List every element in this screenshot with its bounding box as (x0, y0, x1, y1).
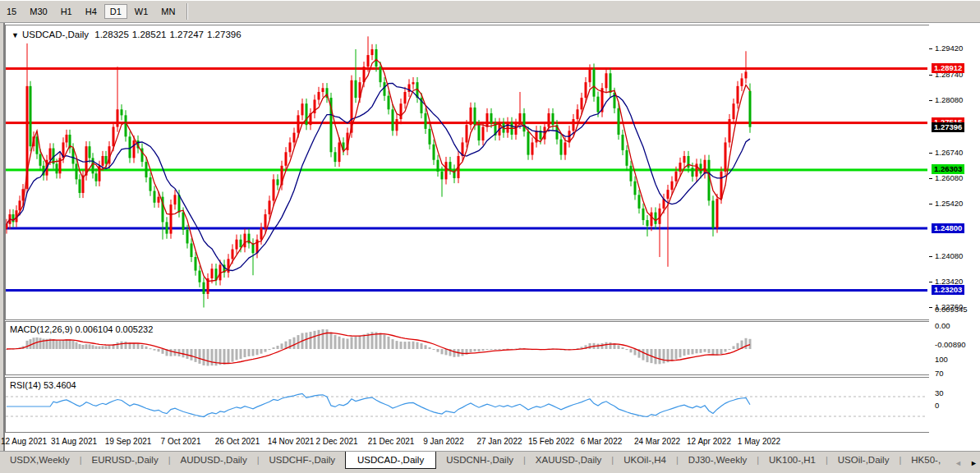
date-axis-label: 2 Dec 2021 (315, 437, 357, 446)
chart-tab-bar: USDX,Weekly|EURUSD-,Daily|AUDUSD-,Daily|… (0, 451, 980, 473)
chart-title: ▼USDCAD-,Daily 1.283251.285211.272471.27… (12, 30, 245, 39)
axis-tick-mark (929, 178, 932, 179)
rsi-axis-tick: 100 (935, 355, 948, 364)
rsi-value: 53.4604 (44, 380, 76, 390)
timeframe-button-h4[interactable]: H4 (80, 4, 103, 19)
axis-tick-mark (929, 307, 932, 308)
price-level-badge: 1.28912 (932, 63, 964, 73)
chart-tab-hk50[interactable]: HK50-, (901, 452, 950, 469)
timeframe-button-d1[interactable]: D1 (104, 4, 127, 19)
price-axis-tick: 1.24080 (935, 251, 963, 260)
price-axis-tick: 1.25420 (935, 199, 963, 208)
toolbar-separator (186, 3, 188, 20)
date-axis-label: 9 Jan 2022 (423, 437, 464, 446)
price-level-badge: 1.27396 (932, 122, 964, 132)
date-axis-label: 12 Aug 2021 (1, 437, 47, 446)
date-axis-label: 1 May 2022 (738, 437, 780, 446)
date-axis-label: 14 Nov 2021 (268, 437, 315, 446)
timeframe-button-m30[interactable]: M30 (24, 4, 53, 19)
chart-tab-xauusddaily[interactable]: XAUUSD-,Daily (526, 452, 612, 469)
date-axis-label: 21 Dec 2021 (368, 437, 415, 446)
rsi-chart[interactable] (6, 378, 927, 430)
date-axis-label: 31 Aug 2021 (51, 437, 97, 446)
chart-symbol-label: USDCAD-,Daily (22, 30, 89, 39)
macd-axis-tick: 0.009345 (935, 305, 968, 314)
axis-tick-mark (929, 48, 932, 49)
price-axis: 1.294201.287401.280801.267401.260801.254… (929, 23, 980, 451)
axis-tick-mark (929, 256, 932, 257)
date-axis: 12 Aug 202131 Aug 202119 Sep 20217 Oct 2… (5, 434, 929, 449)
axis-tick-mark (929, 75, 932, 76)
ohlc-high: 1.28521 (132, 30, 167, 39)
date-axis-label: 27 Jan 2022 (476, 437, 522, 446)
price-level-badge: 1.23203 (932, 285, 964, 295)
tab-scroll-controls: ◄► (950, 452, 980, 473)
axis-tick-mark (929, 100, 932, 101)
timeframe-button-w1[interactable]: W1 (129, 4, 154, 19)
price-axis-tick: 1.28080 (935, 95, 963, 104)
chart-tab-dj30weekly[interactable]: DJ30-,Weekly (679, 452, 757, 469)
timeframe-button-h1[interactable]: H1 (55, 4, 78, 19)
price-chart-panel[interactable]: ▼USDCAD-,Daily 1.283251.285211.272471.27… (5, 25, 930, 320)
ohlc-open: 1.28325 (94, 30, 129, 39)
date-axis-label: 6 Mar 2022 (581, 437, 623, 446)
chart-tab-usdcaddaily[interactable]: USDCAD-,Daily (345, 452, 436, 469)
chart-tab-usdxweekly[interactable]: USDX,Weekly (0, 452, 80, 469)
timeframe-button-mn[interactable]: MN (155, 4, 181, 19)
trading-platform-window: { "toolbar": { "timeframes": [ {"label":… (0, 0, 980, 473)
chart-tab-eurusddaily[interactable]: EURUSD-,Daily (82, 452, 168, 469)
price-axis-tick: 1.29420 (935, 44, 963, 53)
macd-axis-tick: 0.00 (935, 321, 950, 330)
rsi-axis-tick: 70 (935, 369, 944, 378)
macd-label: MACD(12,26,9) 0.006104 0.005232 (10, 324, 153, 334)
macd-panel[interactable]: MACD(12,26,9) 0.006104 0.005232 (5, 321, 930, 375)
price-axis-tick: 1.26080 (935, 173, 963, 182)
date-axis-label: 7 Oct 2021 (161, 437, 201, 446)
date-axis-label: 26 Oct 2021 (215, 437, 260, 446)
rsi-axis-tick: 0 (935, 401, 939, 410)
candlestick-chart[interactable] (6, 25, 927, 318)
chart-tab-ukoilh4[interactable]: UKOil-,H4 (614, 452, 676, 469)
chart-tab-uk100h1[interactable]: UK100-,H1 (759, 452, 826, 469)
date-axis-label: 19 Sep 2021 (105, 437, 152, 446)
axis-tick-mark (929, 204, 932, 204)
timeframe-toolbar: 15M30H1H4D1W1MN (0, 0, 980, 23)
tab-scroll-right-icon[interactable]: ► (966, 459, 980, 467)
date-axis-label: 15 Feb 2022 (528, 437, 574, 446)
timeframe-button-15[interactable]: 15 (1, 4, 22, 19)
tab-scroll-left-icon[interactable]: ◄ (950, 459, 966, 467)
date-axis-label: 24 Mar 2022 (634, 437, 680, 446)
axis-tick-mark (929, 282, 932, 282)
ohlc-low: 1.27247 (169, 30, 204, 39)
ohlc-close: 1.27396 (207, 30, 242, 39)
macd-values: 0.006104 0.005232 (75, 324, 153, 334)
chart-dropdown-icon[interactable]: ▼ (12, 31, 19, 39)
rsi-label: RSI(14) 53.4604 (10, 380, 76, 390)
rsi-panel[interactable]: RSI(14) 53.4604 (5, 377, 930, 433)
rsi-axis-tick: 30 (935, 388, 944, 397)
chart-tab-usdcnhdaily[interactable]: USDCNH-,Daily (436, 452, 523, 469)
price-axis-tick: 1.26740 (935, 148, 963, 157)
date-axis-label: 12 Apr 2022 (687, 437, 731, 446)
chart-tab-usoildaily[interactable]: USOil-,Daily (828, 452, 899, 469)
axis-tick-mark (929, 153, 932, 154)
price-level-badge: 1.26303 (932, 164, 964, 174)
chart-tab-audusddaily[interactable]: AUDUSD-,Daily (171, 452, 257, 469)
chart-window: ▼USDCAD-,Daily 1.283251.285211.272471.27… (0, 23, 980, 451)
macd-axis-tick: -0.00890 (935, 340, 966, 349)
price-level-badge: 1.24800 (932, 223, 964, 233)
chart-tab-usdchfdaily[interactable]: USDCHF-,Daily (260, 452, 346, 469)
